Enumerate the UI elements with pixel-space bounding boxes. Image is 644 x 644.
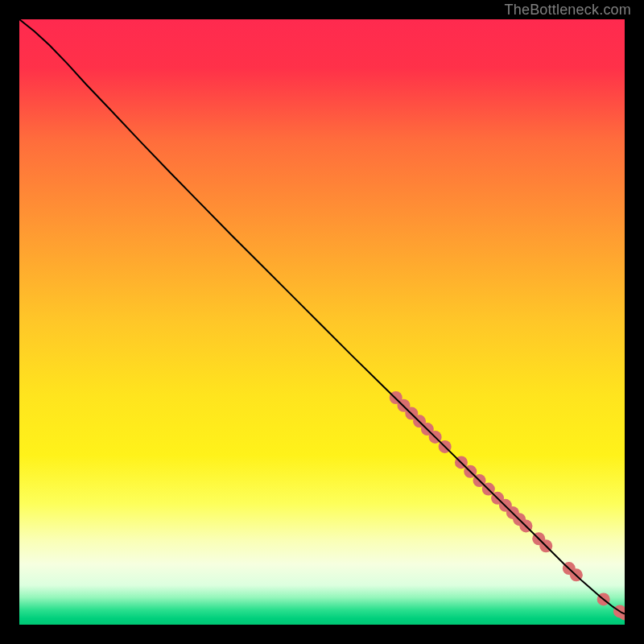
chart-container: TheBottleneck.com xyxy=(0,0,644,644)
chart-svg xyxy=(19,19,625,625)
attribution-text: TheBottleneck.com xyxy=(505,2,631,19)
plot-area xyxy=(19,19,625,625)
